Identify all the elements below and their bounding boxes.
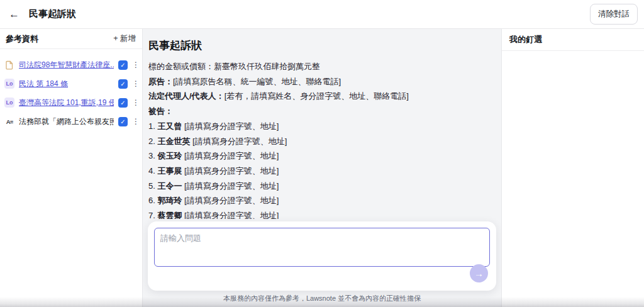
defendant-row: 1. 王又曾 [請填寫身分證字號、地址] — [148, 119, 495, 134]
clear-chat-button[interactable]: 清除對話 — [590, 4, 638, 25]
composer-card: → — [148, 221, 496, 291]
defendant-label: 被告： — [148, 104, 495, 119]
reference-checkbox[interactable]: ✓ — [118, 79, 128, 89]
reference-checkbox[interactable]: ✓ — [118, 60, 128, 70]
top-bar: ← 民事起訴狀 清除對話 — [0, 0, 644, 29]
list-item: Lo 臺灣高等法院 101,重訴,19 侵... ✓ ⋮ — [4, 93, 138, 112]
reference-list: 司法院98年智慧財產法律座... ✓ ⋮ Lo 民法 第 184 條 ✓ ⋮ L… — [0, 49, 142, 131]
pins-panel: 我的釘選 — [501, 29, 644, 307]
add-reference-button[interactable]: + 新增 — [113, 33, 136, 44]
amount-line: 標的金額或價額：新臺幣玖仟玖佰肆拾捌萬元整 — [148, 59, 495, 74]
defendant-row: 7. 蔡雲卿 [請填寫身分證字號、地址] — [148, 208, 495, 219]
pins-title: 我的釘選 — [502, 29, 644, 51]
list-item: A≡ 法務部就「網路上公布親友照... ✓ ⋮ — [4, 112, 138, 131]
reference-link[interactable]: 司法院98年智慧財產法律座... — [19, 60, 114, 70]
defendant-row: 2. 王金世英 [請填寫身分證字號、地址] — [148, 134, 495, 149]
send-button[interactable]: → — [470, 264, 488, 282]
defendant-row: 4. 王事展 [請填寫身分證字號、地址] — [148, 164, 495, 179]
reference-sidebar-header: 參考資料 + 新增 — [0, 29, 142, 49]
lawsnote-icon: Lo — [4, 79, 14, 89]
reference-checkbox[interactable]: ✓ — [118, 98, 128, 108]
app-window: ← 民事起訴狀 清除對話 參考資料 + 新增 司法院98年智慧財產法律座... … — [0, 0, 644, 307]
defendant-row: 6. 郭琦玲 [請填寫身分證字號、地址] — [148, 193, 495, 208]
reference-label[interactable]: 法務部就「網路上公布親友照... — [19, 116, 114, 127]
back-icon[interactable]: ← — [9, 8, 23, 21]
kebab-menu-icon[interactable]: ⋮ — [132, 117, 138, 126]
question-input[interactable] — [154, 228, 490, 267]
representative-line: 法定代理人/代表人：[若有，請填寫姓名、身分證字號、地址、聯絡電話] — [148, 89, 495, 104]
reference-link[interactable]: 民法 第 184 條 — [19, 79, 114, 89]
kebab-menu-icon[interactable]: ⋮ — [132, 98, 138, 107]
check-icon: ✓ — [120, 81, 125, 87]
document-body: 民事起訴狀 標的金額或價額：新臺幣玖仟玖佰肆拾捌萬元整 原告：[請填寫原告名稱、… — [148, 29, 495, 219]
disclaimer-text: 本服務的內容僅作為參考，Lawsnote 並不會為內容的正確性擔保 — [143, 294, 501, 303]
check-icon: ✓ — [120, 118, 125, 125]
sidebar-title: 參考資料 — [6, 33, 38, 45]
kebab-menu-icon[interactable]: ⋮ — [132, 79, 138, 88]
chat-main: 民事起訴狀 標的金額或價額：新臺幣玖仟玖佰肆拾捌萬元整 原告：[請填寫原告名稱、… — [143, 29, 501, 307]
check-icon: ✓ — [120, 99, 125, 106]
defendant-row: 5. 王令一 [請填寫身分證字號、地址] — [148, 179, 495, 194]
send-arrow-icon: → — [474, 269, 484, 278]
lawsnote-icon: Lo — [4, 98, 14, 108]
reference-sidebar: 參考資料 + 新增 司法院98年智慧財產法律座... ✓ ⋮ Lo 民法 第 1… — [0, 29, 143, 307]
page-title: 民事起訴狀 — [29, 8, 590, 20]
kebab-menu-icon[interactable]: ⋮ — [132, 60, 138, 69]
document-title: 民事起訴狀 — [148, 38, 495, 53]
reference-link[interactable]: 臺灣高等法院 101,重訴,19 侵... — [19, 98, 114, 108]
reference-checkbox[interactable]: ✓ — [118, 117, 128, 126]
plaintiff-line: 原告：[請填寫原告名稱、統一編號、地址、聯絡電話] — [148, 74, 495, 89]
list-item: Lo 民法 第 184 條 ✓ ⋮ — [4, 74, 138, 93]
file-icon — [4, 60, 14, 70]
text-document-icon: A≡ — [4, 116, 14, 126]
check-icon: ✓ — [120, 62, 125, 69]
defendant-row: 3. 侯玉玲 [請填寫身分證字號、地址] — [148, 148, 495, 164]
list-item: 司法院98年智慧財產法律座... ✓ ⋮ — [4, 55, 138, 74]
